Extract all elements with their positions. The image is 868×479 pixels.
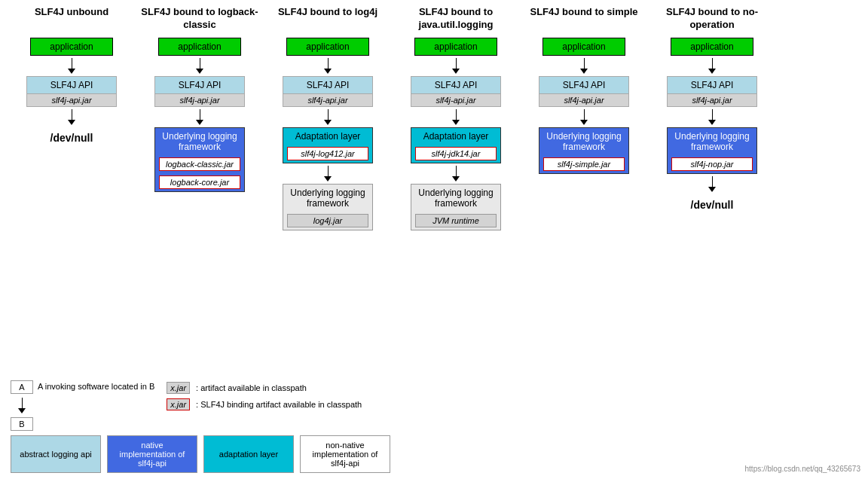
col2-api: SLF4J API slf4j-api.jar [154, 76, 245, 107]
legend-native: native implementation of slf4j-api [107, 435, 197, 473]
column-5: SLF4J bound to simple application SLF4J … [520, 6, 648, 377]
col6-api: SLF4J API slf4j-api.jar [667, 76, 757, 107]
box-a: A [11, 380, 33, 394]
col1-title: SLF4J unbound [35, 6, 108, 33]
col6-app: application [671, 38, 753, 56]
column-6: SLF4J bound to no-operation application … [648, 6, 776, 377]
col1-arrow2 [68, 109, 75, 125]
col2-arrow1 [196, 58, 203, 74]
col4-framework-jar: JVM runtime [415, 214, 497, 227]
col5-arrow1 [580, 58, 588, 74]
artifact1-legend: x.jar : artifact available in classpath [167, 382, 362, 394]
col3-framework-jar: log4j.jar [287, 214, 368, 227]
col3-arrow3 [324, 166, 332, 182]
col1-devnull: /dev/null [50, 132, 93, 144]
col3-arrow1 [324, 58, 332, 74]
col5-framework-label: Underlying logging framework [539, 128, 628, 155]
legend-adaptation: adaptation layer [203, 435, 294, 473]
col6-title: SLF4J bound to no-operation [648, 6, 776, 33]
column-3: SLF4J bound to log4j application SLF4J A… [264, 6, 392, 377]
col1-api-label: SLF4J API [27, 77, 116, 93]
col2-framework: Underlying logging framework logback-cla… [154, 127, 245, 192]
col4-title: SLF4J bound to java.util.logging [392, 6, 520, 33]
diagram-area: SLF4J unbound application SLF4J API slf4… [8, 6, 860, 377]
col4-adaptation-label: Adaptation layer [411, 128, 500, 145]
col6-framework: Underlying logging framework slf4j-nop.j… [667, 127, 757, 174]
col2-framework-label: Underlying logging framework [155, 128, 244, 155]
col5-framework: Underlying logging framework slf4j-simpl… [539, 127, 629, 174]
col3-framework: Underlying logging framework log4j.jar [283, 184, 373, 230]
col3-adaptation-jar: slf4j-log412.jar [287, 147, 368, 160]
artifact2-legend: x.jar : SLF4J binding artifact available… [167, 398, 362, 410]
col5-app: application [542, 38, 625, 56]
column-1: SLF4J unbound application SLF4J API slf4… [8, 6, 136, 377]
col3-arrow2 [324, 109, 332, 125]
col4-adaptation-jar: slf4j-jdk14.jar [415, 147, 497, 160]
col4-arrow2 [452, 109, 460, 125]
col5-api: SLF4J API slf4j-api.jar [539, 76, 629, 107]
artifact2-label: x.jar [167, 398, 190, 410]
col2-api-jar: slf4j-api.jar [155, 93, 244, 106]
col6-framework-label: Underlying logging framework [668, 128, 756, 155]
col4-api: SLF4J API slf4j-api.jar [411, 76, 501, 107]
col6-devnull: /dev/null [691, 199, 734, 211]
col5-arrow2 [580, 109, 588, 125]
col3-api-jar: slf4j-api.jar [283, 93, 372, 106]
col2-framework-jar1: logback-classic.jar [159, 157, 240, 171]
bottom-legend: abstract logging api native implementati… [8, 435, 860, 473]
col4-arrow3 [452, 166, 460, 182]
col2-app: application [158, 38, 241, 56]
column-4: SLF4J bound to java.util.logging applica… [392, 6, 520, 377]
col4-arrow1 [452, 58, 460, 74]
legend-nonnative: non-native implementation of slf4j-api [300, 435, 390, 473]
col3-title: SLF4J bound to log4j [278, 6, 377, 33]
col3-framework-label: Underlying logging framework [283, 185, 372, 212]
col3-adaptation: Adaptation layer slf4j-log412.jar [283, 127, 373, 163]
col6-arrow1 [708, 58, 716, 74]
artifact2-desc: : SLF4J binding artifact available in cl… [196, 400, 362, 409]
col3-api-label: SLF4J API [283, 77, 372, 93]
main-container: SLF4J unbound application SLF4J API slf4… [0, 0, 868, 479]
col1-api-jar: slf4j-api.jar [27, 93, 116, 106]
col4-framework: Underlying logging framework JVM runtime [411, 184, 501, 230]
invoking-text: A invoking software located in B [38, 382, 154, 391]
col6-api-label: SLF4J API [668, 77, 756, 93]
col2-framework-jar2: logback-core.jar [159, 175, 240, 189]
col3-api: SLF4J API slf4j-api.jar [283, 76, 373, 107]
box-b: B [11, 417, 33, 431]
col3-app: application [286, 38, 369, 56]
invoking-legend: A B A invoking software located in B [11, 380, 154, 431]
col4-app: application [414, 38, 497, 56]
artifact-legend: x.jar : artifact available in classpath … [167, 382, 362, 410]
col1-app: application [30, 38, 113, 56]
col5-title: SLF4J bound to simple [530, 6, 637, 33]
artifact1-desc: : artifact available in classpath [196, 383, 307, 392]
col3-adaptation-label: Adaptation layer [283, 128, 372, 145]
col4-framework-label: Underlying logging framework [411, 185, 500, 212]
col1-arrow1 [68, 58, 75, 74]
col5-api-label: SLF4J API [539, 77, 628, 93]
col6-arrow2 [708, 109, 716, 125]
column-2: SLF4J bound to logback-classic applicati… [136, 6, 264, 377]
col5-framework-jar: slf4j-simple.jar [543, 157, 625, 171]
legend-arrow [18, 398, 26, 413]
col4-api-jar: slf4j-api.jar [411, 93, 500, 106]
col5-api-jar: slf4j-api.jar [539, 93, 628, 106]
col4-adaptation: Adaptation layer slf4j-jdk14.jar [411, 127, 501, 163]
col2-api-label: SLF4J API [155, 77, 244, 93]
artifact1-label: x.jar [167, 382, 190, 394]
legend-adaptation-label: adaptation layer [219, 450, 278, 459]
col2-title: SLF4J bound to logback-classic [136, 6, 264, 33]
legend-nonnative-label: non-native implementation of slf4j-api [307, 441, 384, 468]
col1-api: SLF4J API slf4j-api.jar [26, 76, 117, 107]
legend-abstract-label: abstract logging api [20, 450, 91, 459]
col6-framework-jar: slf4j-nop.jar [671, 157, 753, 171]
col4-api-label: SLF4J API [411, 77, 500, 93]
url-text: https://blog.csdn.net/qq_43265673 [745, 465, 860, 473]
col6-arrow3 [708, 176, 716, 192]
col6-api-jar: slf4j-api.jar [668, 93, 756, 106]
col2-arrow2 [196, 109, 203, 125]
legend-native-label: native implementation of slf4j-api [114, 441, 191, 468]
legend-abstract: abstract logging api [11, 435, 101, 473]
